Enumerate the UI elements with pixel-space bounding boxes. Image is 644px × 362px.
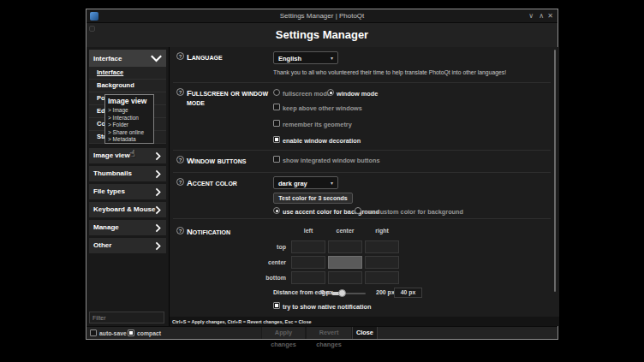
bottom-bar: auto-save compact Apply changes Revert c… [86,326,558,339]
help-icon[interactable]: ? [176,156,184,163]
photoqt-settings-window: Settings Manager | PhotoQt ∨ ∧ ✕ Setting… [86,9,558,340]
sidebar-item-other[interactable]: Other [89,238,166,253]
page-title: Settings Manager [86,23,558,47]
distance-value-box[interactable]: 40 px [394,288,422,298]
image-view-tooltip: Image view > Image > Interaction > Folde… [104,94,154,144]
dropdown-value: dark gray [278,180,307,187]
titlebar[interactable]: Settings Manager | PhotoQt ∨ ∧ ✕ [86,9,558,23]
help-icon[interactable]: ? [176,52,184,60]
grid-row-center: center [260,259,286,265]
tooltip-item: > Folder [108,122,151,129]
tooltip-title: Image view [108,97,151,105]
remember-geometry-checkbox[interactable] [273,120,280,127]
section-divider [173,150,551,151]
tooltip-item: > Interaction [108,115,151,122]
chevron-right-icon [155,151,161,161]
custom-background-label[interactable]: use custom color for background [364,208,463,216]
section-title-notification: Notification [187,227,230,236]
subitem-label: Interface [89,67,166,79]
revert-changes-button[interactable]: Revert changes [306,327,352,339]
maximize-icon[interactable]: ∧ [539,12,544,21]
apply-changes-button[interactable]: Apply changes [261,327,306,339]
settings-sidebar: Interface Interface Background Pop Edg C… [86,47,170,326]
grid-cell-bottom-left[interactable] [291,271,325,284]
grid-cell-top-right[interactable] [365,240,399,253]
auto-save-checkbox[interactable] [90,329,97,336]
grid-cell-top-left[interactable] [291,240,325,253]
sidebar-item-interface-expanded[interactable]: Interface [89,50,166,67]
help-icon[interactable]: ? [176,88,184,96]
native-notification-checkbox[interactable] [273,302,280,309]
integrated-buttons-checkbox[interactable] [273,156,280,163]
sidebar-subitem-interface[interactable]: Interface [89,67,166,80]
sidebar-item-label: Interface [93,55,122,62]
section-divider [173,172,551,173]
tooltip-item: > Metadata [108,136,151,144]
integrated-buttons-label[interactable]: show integrated window buttons [283,157,380,164]
grid-col-right: right [365,228,399,234]
mouse-cursor-hand-icon: ☝ [129,148,135,159]
help-icon[interactable]: ? [176,227,184,234]
chevron-right-icon [155,169,161,179]
tooltip-item: > Image [108,107,151,115]
language-dropdown[interactable]: English ▾ [273,51,338,64]
distance-max: 200 px [376,289,395,295]
dropdown-arrow-icon: ▾ [331,180,333,186]
compact-label[interactable]: compact [137,330,161,336]
grid-cell-bottom-center[interactable] [328,271,362,284]
window-decoration-checkbox[interactable] [273,136,280,143]
status-line: Ctrl+S = Apply changes, Ctrl+R = Revert … [170,317,559,326]
filter-input[interactable] [89,312,164,323]
settings-header: Settings Manager [86,23,558,47]
grid-col-center: center [328,228,362,234]
sidebar-item-keyboard-mouse[interactable]: Keyboard & Mouse [89,202,166,217]
help-icon[interactable]: ? [176,178,184,186]
window-decoration-label[interactable]: enable window decoration [283,137,361,145]
window-title: Settings Manager | PhotoQt [86,12,558,20]
distance-slider-handle[interactable] [338,289,346,297]
shortcut-hints: Ctrl+S = Apply changes, Ctrl+R = Revert … [172,319,312,324]
keep-above-label[interactable]: keep above other windows [283,104,362,112]
chevron-right-icon [155,205,161,215]
fullscreen-mode-label[interactable]: fullscreen mode [283,90,331,98]
grid-cell-bottom-right[interactable] [365,271,399,284]
chevron-right-icon [155,241,161,251]
vertical-scrollbar[interactable] [554,50,556,292]
grid-row-top: top [260,244,286,250]
sidebar-item-image-view[interactable]: Image view [89,148,166,163]
keep-above-checkbox[interactable] [273,104,280,110]
native-notification-label[interactable]: try to show native notification [283,303,371,311]
accent-color-dropdown[interactable]: dark gray ▾ [273,176,338,189]
section-title-fullscreen: Fullscreen or window mode [187,88,274,107]
section-title-window-buttons: Window buttons [187,156,246,165]
window-mode-label[interactable]: window mode [337,90,378,98]
sidebar-item-manage[interactable]: Manage [89,220,166,235]
grid-cell-center-right[interactable] [365,256,399,269]
remember-geometry-label[interactable]: remember its geometry [283,121,352,128]
auto-save-label[interactable]: auto-save [99,330,127,336]
grid-cell-center-center-selected[interactable] [328,256,362,269]
grid-col-left: left [291,228,325,234]
desktop-background: Settings Manager | PhotoQt ∨ ∧ ✕ Setting… [0,0,644,362]
accent-background-radio[interactable] [273,207,280,214]
chevron-right-icon [155,187,161,197]
minimize-icon[interactable]: ∨ [528,12,534,21]
grid-cell-top-center[interactable] [328,240,362,253]
section-title-language: Language [187,52,223,62]
tooltip-item: > Share online [108,129,151,137]
compact-checkbox[interactable] [128,329,134,336]
faded-app-icon [89,26,95,32]
grid-cell-center-left[interactable] [291,256,325,269]
close-button[interactable]: Close [352,327,378,339]
test-color-button[interactable]: Test color for 3 seconds [273,193,353,204]
window-mode-radio[interactable] [327,89,334,96]
sidebar-subitem-background[interactable]: Background [89,80,166,92]
close-icon[interactable]: ✕ [547,12,553,21]
dropdown-arrow-icon: ▾ [331,55,333,61]
language-caption: Thank you to all who volunteered their t… [273,69,506,75]
sidebar-item-file-types[interactable]: File types [89,184,166,199]
fullscreen-mode-radio[interactable] [273,89,280,96]
custom-background-radio[interactable] [355,207,361,214]
sidebar-item-thumbnails[interactable]: Thumbnails [89,166,166,181]
grid-row-bottom: bottom [260,275,286,281]
